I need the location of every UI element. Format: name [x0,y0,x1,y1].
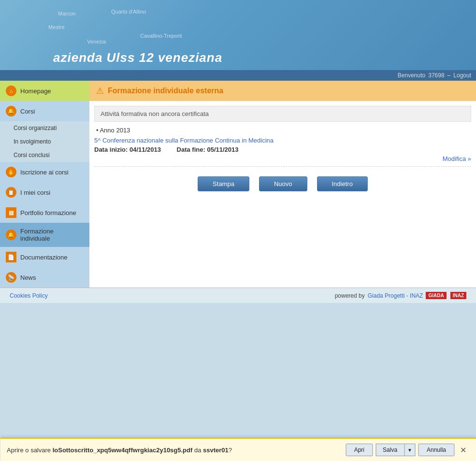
sidebar-item-portfolio[interactable]: ▤ Portfolio formazione [0,202,89,223]
notice-bar: Attività formativa non ancora certificat… [94,106,471,122]
separator: – [447,72,451,79]
powered-by-text: powered by [335,292,365,299]
data-fine-label: Data fine: [177,146,205,153]
nuovo-button[interactable]: Nuovo [259,176,307,191]
sidebar-item-corsi-organizzati[interactable]: Corsi organizzati [0,121,89,135]
download-filename: IoSottoscritto_xpq5ww4qffwrgkiac2y10sg5.… [53,447,193,454]
download-prefix: Aprire o salvare [7,447,53,454]
logout-link[interactable]: Logout [453,72,471,79]
notice-text: Attività formativa non ancora certificat… [101,110,209,117]
modifica-link[interactable]: Modifica » [94,155,471,162]
download-text: Aprire o salvare IoSottoscritto_xpq5ww4q… [7,447,232,454]
map-label-quarto: Quarto d'Altino [111,9,146,14]
sidebar-label-homepage: Homepage [20,87,51,95]
cancel-button[interactable]: Annulla [418,444,454,456]
download-middle: da [192,447,203,454]
sidebar-item-miei-corsi[interactable]: 📋 I miei corsi [0,182,89,202]
sidebar-label-corsi-conclusi: Corsi conclusi [14,152,50,158]
download-bar: Aprire o salvare IoSottoscritto_xpq5ww4q… [0,438,476,461]
cookies-policy-link[interactable]: Cookies Policy [10,292,48,299]
sidebar: ⌂ Homepage 🔔 Corsi Corsi organizzati In … [0,81,89,288]
data-fine-value: 05/11/2013 [207,146,238,153]
documentazione-icon: 📄 [6,252,16,262]
iscrizione-icon: ✋ [6,167,16,177]
portfolio-icon: ▤ [6,207,16,218]
sidebar-label-corsi: Corsi [20,108,35,115]
warning-icon: ⚠ [96,86,104,96]
map-label-marcon: Marcon [58,11,76,16]
footer-right: powered by Giada Progetti - INAZ GIADA I… [335,292,466,299]
map-label-mestre: Mestre [48,24,65,30]
data-inizio-label: Data inizio: [94,146,128,153]
home-icon: ⌂ [6,86,16,96]
sidebar-label-in-svolgimento: In svolgimento [14,138,51,145]
sidebar-label-miei-corsi: I miei corsi [20,189,50,196]
giada-link[interactable]: Giada Progetti - INAZ [368,292,423,299]
welcome-text: Benvenuto [398,72,425,79]
user-id: 37698 [428,72,444,79]
top-bar: Benvenuto 37698 – Logout [0,70,476,81]
map-label-cavallino: Cavallino-Treporti [140,33,182,39]
close-download-bar-button[interactable]: ✕ [457,445,469,456]
content-area: ⚠ Formazione individuale esterna Attivit… [89,81,476,288]
download-suffix: ? [229,447,232,454]
sidebar-label-news: News [20,274,36,281]
sidebar-item-iscrizione[interactable]: ✋ Iscrizione ai corsi [0,162,89,182]
indietro-button[interactable]: Indietro [317,176,368,191]
news-icon: 📡 [6,272,16,283]
download-source: ssvter01 [203,447,229,454]
inaz-badge: INAZ [450,292,466,299]
footer: Cookies Policy powered by Giada Progetti… [0,288,476,303]
map-label-venezia: Venezia [87,39,106,44]
sidebar-item-formazione-individuale[interactable]: 🔔 Formazione individuale [0,223,89,247]
course-dates: Data inizio: 04/11/2013 Data fine: 05/11… [94,146,471,153]
site-title: azienda Ulss 12 veneziana [53,50,222,65]
giada-badge: GIADA [426,292,446,299]
year-label: • Anno 2013 [94,127,471,134]
sidebar-label-iscrizione: Iscrizione ai corsi [20,169,69,176]
button-bar: Stampa Nuovo Indietro [94,176,471,191]
save-dropdown-arrow[interactable]: ▼ [404,444,416,456]
open-button[interactable]: Apri [346,444,373,456]
sidebar-item-in-svolgimento[interactable]: In svolgimento [0,135,89,148]
content-header: ⚠ Formazione individuale esterna [89,81,476,101]
sidebar-label-portfolio: Portfolio formazione [20,209,76,216]
course-link[interactable]: 5^ Conferenza nazionale sulla Formazione… [94,137,274,144]
formazione-icon: 🔔 [6,230,16,240]
sidebar-item-corsi[interactable]: 🔔 Corsi [0,101,89,121]
sidebar-label-formazione: Formazione individuale [20,228,84,242]
corsi-icon: 🔔 [6,106,16,116]
save-button-group: Salva ▼ [375,444,416,456]
sidebar-item-homepage[interactable]: ⌂ Homepage [0,81,89,101]
sidebar-label-corsi-organizzati: Corsi organizzati [14,125,57,131]
sidebar-item-corsi-conclusi[interactable]: Corsi conclusi [0,148,89,162]
download-buttons: Apri Salva ▼ Annulla ✕ [346,444,469,456]
miei-corsi-icon: 📋 [6,187,16,198]
stampa-button[interactable]: Stampa [198,176,249,191]
sidebar-item-news[interactable]: 📡 News [0,267,89,288]
sidebar-label-documentazione: Documentazione [20,254,68,261]
save-button[interactable]: Salva [375,444,404,456]
course-divider [94,166,471,167]
course-section: • Anno 2013 5^ Conferenza nazionale sull… [94,127,471,167]
sidebar-item-documentazione[interactable]: 📄 Documentazione [0,247,89,267]
content-header-title: Formazione individuale esterna [108,86,223,95]
data-inizio-value: 04/11/2013 [130,146,161,153]
